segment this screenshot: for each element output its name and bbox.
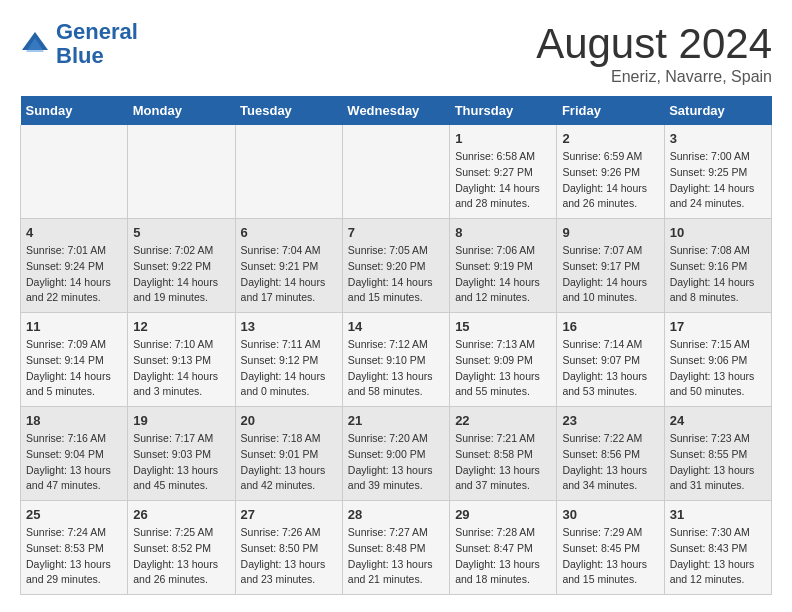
day-cell: 24Sunrise: 7:23 AM Sunset: 8:55 PM Dayli… [664,407,771,501]
day-number: 30 [562,507,658,522]
day-cell: 27Sunrise: 7:26 AM Sunset: 8:50 PM Dayli… [235,501,342,595]
logo: General Blue [20,20,138,68]
day-cell [342,125,449,219]
week-row-5: 25Sunrise: 7:24 AM Sunset: 8:53 PM Dayli… [21,501,772,595]
day-cell: 29Sunrise: 7:28 AM Sunset: 8:47 PM Dayli… [450,501,557,595]
day-cell: 25Sunrise: 7:24 AM Sunset: 8:53 PM Dayli… [21,501,128,595]
day-cell: 13Sunrise: 7:11 AM Sunset: 9:12 PM Dayli… [235,313,342,407]
day-cell: 21Sunrise: 7:20 AM Sunset: 9:00 PM Dayli… [342,407,449,501]
day-number: 7 [348,225,444,240]
day-cell: 22Sunrise: 7:21 AM Sunset: 8:58 PM Dayli… [450,407,557,501]
day-cell: 6Sunrise: 7:04 AM Sunset: 9:21 PM Daylig… [235,219,342,313]
day-info: Sunrise: 7:27 AM Sunset: 8:48 PM Dayligh… [348,525,444,588]
day-number: 19 [133,413,229,428]
day-cell: 7Sunrise: 7:05 AM Sunset: 9:20 PM Daylig… [342,219,449,313]
day-number: 20 [241,413,337,428]
day-number: 4 [26,225,122,240]
weekday-header-monday: Monday [128,96,235,125]
day-number: 28 [348,507,444,522]
day-info: Sunrise: 7:01 AM Sunset: 9:24 PM Dayligh… [26,243,122,306]
day-number: 24 [670,413,766,428]
day-cell: 20Sunrise: 7:18 AM Sunset: 9:01 PM Dayli… [235,407,342,501]
day-cell: 4Sunrise: 7:01 AM Sunset: 9:24 PM Daylig… [21,219,128,313]
day-info: Sunrise: 7:05 AM Sunset: 9:20 PM Dayligh… [348,243,444,306]
day-info: Sunrise: 7:15 AM Sunset: 9:06 PM Dayligh… [670,337,766,400]
day-cell: 19Sunrise: 7:17 AM Sunset: 9:03 PM Dayli… [128,407,235,501]
day-number: 15 [455,319,551,334]
day-info: Sunrise: 7:22 AM Sunset: 8:56 PM Dayligh… [562,431,658,494]
day-number: 23 [562,413,658,428]
day-info: Sunrise: 7:20 AM Sunset: 9:00 PM Dayligh… [348,431,444,494]
week-row-3: 11Sunrise: 7:09 AM Sunset: 9:14 PM Dayli… [21,313,772,407]
weekday-header-saturday: Saturday [664,96,771,125]
title-area: August 2024 Eneriz, Navarre, Spain [536,20,772,86]
day-number: 6 [241,225,337,240]
day-info: Sunrise: 6:59 AM Sunset: 9:26 PM Dayligh… [562,149,658,212]
weekday-header-tuesday: Tuesday [235,96,342,125]
day-info: Sunrise: 7:04 AM Sunset: 9:21 PM Dayligh… [241,243,337,306]
day-number: 21 [348,413,444,428]
day-info: Sunrise: 7:12 AM Sunset: 9:10 PM Dayligh… [348,337,444,400]
day-cell: 2Sunrise: 6:59 AM Sunset: 9:26 PM Daylig… [557,125,664,219]
day-info: Sunrise: 7:06 AM Sunset: 9:19 PM Dayligh… [455,243,551,306]
day-info: Sunrise: 7:18 AM Sunset: 9:01 PM Dayligh… [241,431,337,494]
day-cell [21,125,128,219]
header: General Blue August 2024 Eneriz, Navarre… [20,20,772,86]
day-number: 3 [670,131,766,146]
day-number: 17 [670,319,766,334]
day-cell: 9Sunrise: 7:07 AM Sunset: 9:17 PM Daylig… [557,219,664,313]
day-info: Sunrise: 7:00 AM Sunset: 9:25 PM Dayligh… [670,149,766,212]
day-cell: 14Sunrise: 7:12 AM Sunset: 9:10 PM Dayli… [342,313,449,407]
day-number: 1 [455,131,551,146]
day-number: 2 [562,131,658,146]
day-cell: 15Sunrise: 7:13 AM Sunset: 9:09 PM Dayli… [450,313,557,407]
day-cell: 17Sunrise: 7:15 AM Sunset: 9:06 PM Dayli… [664,313,771,407]
day-cell: 16Sunrise: 7:14 AM Sunset: 9:07 PM Dayli… [557,313,664,407]
day-number: 18 [26,413,122,428]
day-cell: 28Sunrise: 7:27 AM Sunset: 8:48 PM Dayli… [342,501,449,595]
logo-line2: Blue [56,43,104,68]
day-cell: 8Sunrise: 7:06 AM Sunset: 9:19 PM Daylig… [450,219,557,313]
day-number: 26 [133,507,229,522]
day-number: 16 [562,319,658,334]
weekday-header-friday: Friday [557,96,664,125]
day-cell [235,125,342,219]
weekday-header-wednesday: Wednesday [342,96,449,125]
day-cell: 11Sunrise: 7:09 AM Sunset: 9:14 PM Dayli… [21,313,128,407]
day-info: Sunrise: 6:58 AM Sunset: 9:27 PM Dayligh… [455,149,551,212]
day-info: Sunrise: 7:02 AM Sunset: 9:22 PM Dayligh… [133,243,229,306]
day-cell: 30Sunrise: 7:29 AM Sunset: 8:45 PM Dayli… [557,501,664,595]
day-number: 27 [241,507,337,522]
day-info: Sunrise: 7:25 AM Sunset: 8:52 PM Dayligh… [133,525,229,588]
day-cell: 1Sunrise: 6:58 AM Sunset: 9:27 PM Daylig… [450,125,557,219]
day-info: Sunrise: 7:10 AM Sunset: 9:13 PM Dayligh… [133,337,229,400]
day-info: Sunrise: 7:14 AM Sunset: 9:07 PM Dayligh… [562,337,658,400]
day-cell: 26Sunrise: 7:25 AM Sunset: 8:52 PM Dayli… [128,501,235,595]
day-cell: 3Sunrise: 7:00 AM Sunset: 9:25 PM Daylig… [664,125,771,219]
day-number: 5 [133,225,229,240]
weekday-header-sunday: Sunday [21,96,128,125]
day-info: Sunrise: 7:17 AM Sunset: 9:03 PM Dayligh… [133,431,229,494]
day-cell: 23Sunrise: 7:22 AM Sunset: 8:56 PM Dayli… [557,407,664,501]
day-info: Sunrise: 7:24 AM Sunset: 8:53 PM Dayligh… [26,525,122,588]
day-info: Sunrise: 7:08 AM Sunset: 9:16 PM Dayligh… [670,243,766,306]
day-cell: 31Sunrise: 7:30 AM Sunset: 8:43 PM Dayli… [664,501,771,595]
day-number: 25 [26,507,122,522]
day-info: Sunrise: 7:11 AM Sunset: 9:12 PM Dayligh… [241,337,337,400]
day-cell: 5Sunrise: 7:02 AM Sunset: 9:22 PM Daylig… [128,219,235,313]
day-number: 10 [670,225,766,240]
location: Eneriz, Navarre, Spain [536,68,772,86]
day-info: Sunrise: 7:23 AM Sunset: 8:55 PM Dayligh… [670,431,766,494]
logo-line1: General [56,19,138,44]
day-info: Sunrise: 7:09 AM Sunset: 9:14 PM Dayligh… [26,337,122,400]
day-number: 29 [455,507,551,522]
day-number: 31 [670,507,766,522]
day-number: 22 [455,413,551,428]
week-row-4: 18Sunrise: 7:16 AM Sunset: 9:04 PM Dayli… [21,407,772,501]
week-row-2: 4Sunrise: 7:01 AM Sunset: 9:24 PM Daylig… [21,219,772,313]
day-cell: 10Sunrise: 7:08 AM Sunset: 9:16 PM Dayli… [664,219,771,313]
calendar-table: SundayMondayTuesdayWednesdayThursdayFrid… [20,96,772,595]
day-number: 13 [241,319,337,334]
week-row-1: 1Sunrise: 6:58 AM Sunset: 9:27 PM Daylig… [21,125,772,219]
day-info: Sunrise: 7:28 AM Sunset: 8:47 PM Dayligh… [455,525,551,588]
